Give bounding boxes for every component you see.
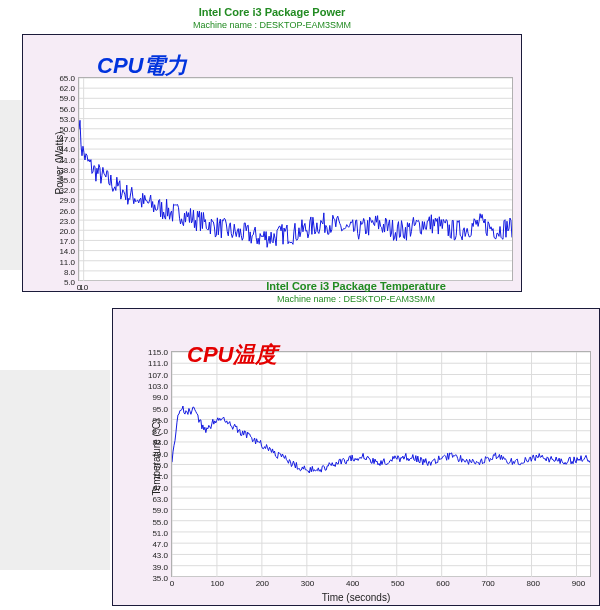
x-tick: 200	[256, 579, 269, 588]
x-tick: 500	[391, 579, 404, 588]
chart-power: Intel Core i3 Package Power Machine name…	[22, 6, 522, 292]
y-tick: 91.0	[152, 415, 168, 424]
y-tick: 75.0	[152, 461, 168, 470]
y-tick: 62.0	[59, 84, 75, 93]
x-tick: 400	[346, 579, 359, 588]
y-tick: 53.0	[59, 114, 75, 123]
y-tick: 29.0	[59, 196, 75, 205]
y-tick: 99.0	[152, 393, 168, 402]
y-tick: 35.0	[59, 176, 75, 185]
y-tick: 63.0	[152, 494, 168, 503]
y-tick: 51.0	[152, 528, 168, 537]
y-tick: 87.0	[152, 427, 168, 436]
y-tick: 107.0	[148, 370, 168, 379]
y-tick: 14.0	[59, 247, 75, 256]
chart-temperature: Intel Core i3 Package Temperature Machin…	[112, 280, 600, 606]
y-tick: 71.0	[152, 472, 168, 481]
y-tick: 35.0	[152, 574, 168, 583]
y-tick: 23.0	[59, 216, 75, 225]
x-tick: 10	[79, 283, 88, 292]
y-tick: 38.0	[59, 165, 75, 174]
y-tick: 115.0	[148, 348, 168, 357]
y-tick: 47.0	[152, 540, 168, 549]
chart-power-title: Intel Core i3 Package Power	[22, 6, 522, 18]
y-tick: 44.0	[59, 145, 75, 154]
y-tick: 59.0	[59, 94, 75, 103]
x-tick: 800	[527, 579, 540, 588]
y-tick: 55.0	[152, 517, 168, 526]
y-tick: 47.0	[59, 135, 75, 144]
y-tick: 103.0	[148, 381, 168, 390]
chart-temp-xlabel: Time (seconds)	[113, 592, 599, 603]
x-tick: 300	[301, 579, 314, 588]
y-tick: 32.0	[59, 186, 75, 195]
y-tick: 11.0	[59, 257, 75, 266]
y-tick: 56.0	[59, 104, 75, 113]
x-tick: 100	[210, 579, 223, 588]
chart-temp-title: Intel Core i3 Package Temperature	[112, 280, 600, 292]
y-tick: 41.0	[59, 155, 75, 164]
x-tick: 700	[481, 579, 494, 588]
chart-temp-subtitle: Machine name : DESKTOP-EAM3SMM	[112, 294, 600, 304]
bg-box-2	[0, 370, 110, 570]
y-tick: 20.0	[59, 227, 75, 236]
y-tick: 83.0	[152, 438, 168, 447]
y-tick: 67.0	[152, 483, 168, 492]
y-tick: 39.0	[152, 562, 168, 571]
y-tick: 79.0	[152, 449, 168, 458]
x-tick: 900	[572, 579, 585, 588]
y-tick: 26.0	[59, 206, 75, 215]
y-tick: 111.0	[148, 359, 168, 368]
y-tick: 59.0	[152, 506, 168, 515]
x-tick: 0	[170, 579, 174, 588]
y-tick: 43.0	[152, 551, 168, 560]
chart-temp-plot	[172, 352, 590, 577]
y-tick: 95.0	[152, 404, 168, 413]
x-tick: 600	[436, 579, 449, 588]
y-tick: 5.0	[64, 278, 75, 287]
y-tick: 50.0	[59, 125, 75, 134]
chart-power-subtitle: Machine name : DESKTOP-EAM3SMM	[22, 20, 522, 30]
y-tick: 65.0	[59, 74, 75, 83]
y-tick: 17.0	[59, 237, 75, 246]
chart-power-plot	[79, 78, 512, 281]
y-tick: 8.0	[64, 267, 75, 276]
